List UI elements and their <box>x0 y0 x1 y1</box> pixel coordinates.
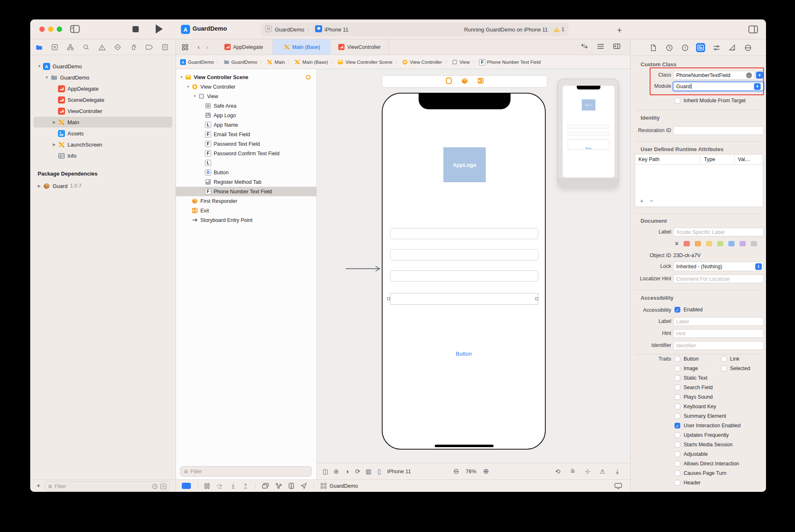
step-into-icon[interactable] <box>230 483 236 489</box>
zoom-out-icon[interactable]: ⊖ <box>451 467 462 476</box>
outline-row-app-logo[interactable]: App Logo <box>176 111 316 120</box>
toggle-right-sidebar-icon[interactable] <box>748 25 758 34</box>
sidebar-item-main[interactable]: ▶Main <box>30 117 176 128</box>
jump-to-class-icon[interactable]: → <box>746 72 752 78</box>
sidebar-item-viewcontroller[interactable]: ViewController <box>30 106 176 116</box>
sidebar-item-launchscreen[interactable]: ▶LaunchScreen <box>30 139 176 150</box>
adjust-editor-icon[interactable]: ◫ <box>320 468 331 475</box>
step-over-icon[interactable] <box>216 483 224 489</box>
toggle-left-sidebar-icon[interactable] <box>70 24 80 35</box>
color-swatch[interactable] <box>751 241 757 246</box>
device-icon[interactable]: ▯ <box>374 468 385 475</box>
close-button[interactable] <box>39 26 45 32</box>
view-controller-device[interactable]: AppLogo Button <box>382 93 546 450</box>
sidebar-item-assets[interactable]: Assets <box>30 128 176 139</box>
restoration-id-field[interactable] <box>673 126 764 135</box>
external-display-icon[interactable] <box>614 483 622 489</box>
sidebar-item-guarddemo[interactable]: ▼GuardDemo <box>30 61 176 72</box>
report-navigator-icon[interactable] <box>161 43 169 51</box>
debug-navigator-icon[interactable] <box>130 43 137 51</box>
outline-row-first-responder[interactable]: First Responder <box>176 196 316 206</box>
canvas-button[interactable]: Button <box>383 351 545 357</box>
run-button[interactable] <box>156 24 163 34</box>
align-icon[interactable]: ≞ <box>567 468 578 475</box>
issue-navigator-icon[interactable] <box>98 43 106 51</box>
help-inspector-icon[interactable]: ? <box>680 43 689 52</box>
file-inspector-icon[interactable] <box>649 43 658 52</box>
zoom-button[interactable] <box>57 26 62 32</box>
source-control-icon[interactable] <box>51 43 58 51</box>
forward-button[interactable]: › <box>204 39 215 55</box>
history-inspector-icon[interactable] <box>665 43 674 52</box>
pause-icon[interactable] <box>205 483 210 489</box>
tab-main-base-[interactable]: Main (Base) <box>273 39 331 55</box>
sidebar-item-scenedelegate[interactable]: SceneDelegate <box>30 94 176 105</box>
color-swatch[interactable] <box>706 241 712 246</box>
sidebar-item-package-guard[interactable]: ▶Guard1.0.7 <box>30 181 176 191</box>
view-controller-dock-icon[interactable] <box>446 77 452 86</box>
trait-checkbox-starts-media-session[interactable] <box>675 442 680 448</box>
lock-popup[interactable]: Inherited - (Nothing) ▲▼ <box>673 262 764 271</box>
trait-checkbox-allows-direct-interaction[interactable] <box>675 461 680 467</box>
disclosure-chevron[interactable]: ▶ <box>37 184 42 188</box>
accessibility-enabled-checkbox[interactable]: ✓ <box>675 307 680 313</box>
breadcrumb-item-main[interactable]: Main <box>267 59 285 65</box>
outline-row-password-text-field[interactable]: FPassword Text Field <box>176 139 316 149</box>
outline-row-phone-number-text-field[interactable]: FPhone Number Text Field <box>176 187 316 196</box>
breadcrumb-item-view-controller-scene[interactable]: View Controller Scene <box>337 59 393 65</box>
outline-row-button[interactable]: BButton <box>176 168 316 177</box>
breakpoints-toggle[interactable] <box>182 483 191 489</box>
breadcrumb-item-view[interactable]: View <box>452 59 470 65</box>
add-editor-icon[interactable] <box>613 43 620 51</box>
add-remove-attribute-buttons[interactable]: ＋− <box>638 197 658 205</box>
stop-button[interactable] <box>132 26 139 32</box>
trait-checkbox-selected[interactable] <box>721 366 727 371</box>
trait-checkbox-header[interactable] <box>675 480 680 486</box>
resize-handle-right[interactable] <box>535 297 538 300</box>
outline-filter-field[interactable]: ⊜ Filter <box>180 466 312 477</box>
view-hierarchy-icon[interactable] <box>262 483 269 489</box>
attributes-inspector-icon[interactable] <box>712 43 721 52</box>
simulate-location-icon[interactable] <box>301 483 307 489</box>
filter-options[interactable] <box>152 484 166 489</box>
disclosure-chevron[interactable]: ▼ <box>44 75 49 79</box>
color-swatch[interactable] <box>695 241 701 246</box>
accessibility-label-field[interactable]: Label <box>673 317 764 326</box>
trait-checkbox-adjustable[interactable] <box>675 451 680 457</box>
breadcrumb-item-guarddemo[interactable]: GuardDemo <box>224 59 258 65</box>
storyboard-entry-arrow[interactable] <box>345 265 382 272</box>
disclosure-chevron[interactable]: ▼ <box>179 75 184 79</box>
password-text-field[interactable] <box>390 249 538 260</box>
identity-inspector-icon[interactable] <box>696 43 705 52</box>
debug-process-item[interactable]: GuardDemo <box>320 483 358 489</box>
scene-status-dot[interactable] <box>306 75 311 79</box>
breakpoint-navigator-icon[interactable] <box>145 43 153 51</box>
trait-checkbox-link[interactable] <box>721 356 727 362</box>
app-logo-view[interactable]: AppLogo <box>443 147 486 182</box>
resolve-layout-icon[interactable]: ⚠ <box>597 468 608 475</box>
outline-row-exit[interactable]: Exit <box>176 206 316 215</box>
module-dropdown-button[interactable]: ▼ <box>754 83 761 90</box>
canvas-zoom-level[interactable]: 76% <box>466 468 477 474</box>
disclosure-chevron[interactable]: ▼ <box>193 94 197 98</box>
tab-overview-icon[interactable] <box>176 39 193 55</box>
breadcrumb-item-view-controller[interactable]: View Controller <box>402 59 442 65</box>
appearance-icon[interactable]: ◑ <box>342 468 352 475</box>
update-frames-icon[interactable]: ⟲ <box>552 468 563 475</box>
connections-inspector-icon[interactable] <box>743 43 752 52</box>
email-text-field[interactable] <box>390 228 538 239</box>
breadcrumb-item-guarddemo[interactable]: GuardDemo <box>180 59 214 65</box>
sidebar-item-guarddemo[interactable]: ▼GuardDemo <box>30 72 176 83</box>
run-destination-selector[interactable]: iPhone 11 <box>315 25 349 34</box>
first-responder-dock-icon[interactable] <box>461 77 468 86</box>
outline-row-label[interactable]: L <box>176 158 316 168</box>
color-swatch[interactable] <box>728 241 735 246</box>
exit-dock-icon[interactable] <box>477 77 484 86</box>
scheme-selector[interactable]: GuardDemo <box>265 25 304 34</box>
trait-checkbox-button[interactable] <box>675 356 680 362</box>
breadcrumb-item-phone-number-text-field[interactable]: FPhone Number Text Field <box>479 59 541 65</box>
trait-checkbox-image[interactable] <box>675 366 680 371</box>
password-confirm-text-field[interactable] <box>390 270 538 282</box>
orientation-icon[interactable]: ⟳ <box>352 468 363 475</box>
add-tab-button[interactable]: ＋ <box>615 24 624 36</box>
